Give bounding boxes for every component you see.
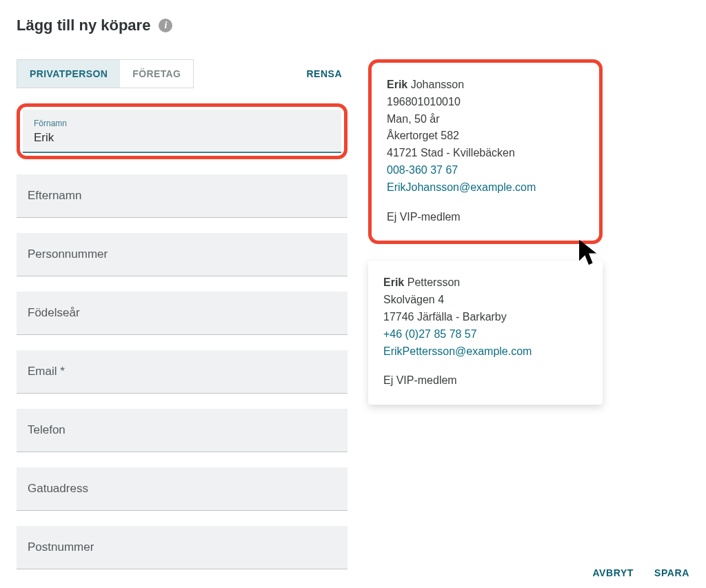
birthyear-label: Födelseår <box>28 306 336 320</box>
suggestion-phone[interactable]: +46 (0)27 85 78 57 <box>383 326 587 343</box>
lastname-label: Efternamn <box>28 189 336 203</box>
firstname-value: Erik <box>34 131 330 145</box>
cancel-button[interactable]: AVBRYT <box>592 567 634 578</box>
tab-company[interactable]: FÖRETAG <box>120 60 193 88</box>
suggestion-vip: Ej VIP-medlem <box>387 209 584 226</box>
suggestion-email[interactable]: ErikJohansson@example.com <box>387 179 584 196</box>
ssn-label: Personnummer <box>28 247 336 261</box>
footer-actions: AVBRYT SPARA <box>592 567 689 578</box>
email-field[interactable]: Email * <box>17 350 347 394</box>
street-field[interactable]: Gatuadress <box>17 467 347 511</box>
street-label: Gatuadress <box>28 482 336 496</box>
suggestion-email[interactable]: ErikPettersson@example.com <box>383 343 587 361</box>
suggestion-name: Erik Johansson <box>387 77 584 94</box>
birthyear-field[interactable]: Födelseår <box>17 292 347 335</box>
firstname-highlight: Förnamn Erik <box>17 103 347 159</box>
form-column: PRIVATPERSON FÖRETAG RENSA Förnamn Erik … <box>17 59 347 585</box>
suggestion-firstname: Erik <box>387 79 407 90</box>
suggestion-card-2[interactable]: Erik Pettersson Skolvägen 4 17746 Järfäl… <box>368 261 603 405</box>
suggestion-vip: Ej VIP-medlem <box>383 372 587 389</box>
main-row: PRIVATPERSON FÖRETAG RENSA Förnamn Erik … <box>17 59 689 585</box>
suggestion-phone[interactable]: 008-360 37 67 <box>387 162 584 179</box>
firstname-field[interactable]: Förnamn Erik <box>23 110 341 153</box>
suggestion-lastname: Pettersson <box>407 276 460 288</box>
buyer-type-tabs: PRIVATPERSON FÖRETAG <box>17 59 194 88</box>
email-label: Email * <box>28 365 336 378</box>
ssn-field[interactable]: Personnummer <box>17 233 347 276</box>
phone-label: Telefon <box>28 423 336 437</box>
suggestion-ssn: 196801010010 <box>387 94 584 111</box>
page-title: Lägg till ny köpare <box>17 17 150 34</box>
info-icon[interactable]: i <box>159 19 172 32</box>
page-header: Lägg till ny köpare i <box>17 17 689 34</box>
postcode-label: Postnummer <box>28 540 336 554</box>
cursor-icon <box>577 238 601 267</box>
save-button[interactable]: SPARA <box>654 567 689 578</box>
suggestion-card-1[interactable]: Erik Johansson 196801010010 Man, 50 år Å… <box>368 59 603 244</box>
tab-row: PRIVATPERSON FÖRETAG RENSA <box>17 59 347 88</box>
firstname-label: Förnamn <box>34 119 330 128</box>
suggestion-firstname: Erik <box>383 276 404 288</box>
tab-private[interactable]: PRIVATPERSON <box>17 60 120 88</box>
suggestion-demographics: Man, 50 år <box>387 111 584 128</box>
suggestion-lastname: Johansson <box>411 79 464 90</box>
clear-button[interactable]: RENSA <box>306 68 347 79</box>
suggestion-city: 41721 Stad - Kvillebäcken <box>387 145 584 162</box>
suggestion-city: 17746 Järfälla - Barkarby <box>383 309 587 326</box>
suggestion-street: Åkertorget 582 <box>387 128 584 145</box>
lastname-field[interactable]: Efternamn <box>17 174 347 218</box>
suggestion-column: Erik Johansson 196801010010 Man, 50 år Å… <box>368 59 689 421</box>
suggestion-name: Erik Pettersson <box>383 274 587 292</box>
suggestion-street: Skolvägen 4 <box>383 292 587 309</box>
phone-field[interactable]: Telefon <box>17 409 347 452</box>
postcode-field[interactable]: Postnummer <box>17 526 347 569</box>
